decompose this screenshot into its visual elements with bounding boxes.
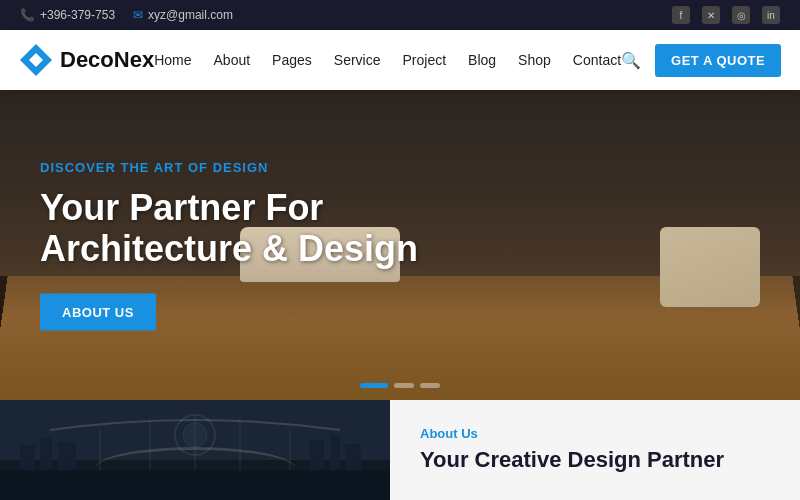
logo-diamond: [29, 53, 43, 67]
contact-info: 📞 +396-379-753 ✉ xyz@gmail.com: [20, 8, 233, 22]
nav-service[interactable]: Service: [334, 52, 381, 68]
svg-rect-2: [0, 470, 390, 500]
phone-number: +396-379-753: [40, 8, 115, 22]
svg-rect-4: [40, 438, 52, 470]
search-icon[interactable]: 🔍: [621, 51, 641, 70]
top-bar: 📞 +396-379-753 ✉ xyz@gmail.com f ✕ ◎ in: [0, 0, 800, 30]
nav-links: Home About Pages Service Project Blog Sh…: [154, 52, 621, 68]
slider-dot-2[interactable]: [394, 383, 414, 388]
nav-shop[interactable]: Shop: [518, 52, 551, 68]
hero-section: DISCOVER THE ART OF DESIGN Your Partner …: [0, 90, 800, 400]
slider-dots: [360, 383, 440, 388]
email-info: ✉ xyz@gmail.com: [133, 8, 233, 22]
mail-icon: ✉: [133, 8, 143, 22]
slider-dot-3[interactable]: [420, 383, 440, 388]
svg-point-10: [183, 423, 207, 447]
instagram-icon[interactable]: ◎: [732, 6, 750, 24]
email-address: xyz@gmail.com: [148, 8, 233, 22]
facebook-icon[interactable]: f: [672, 6, 690, 24]
about-heading: Your Creative Design Partner: [420, 447, 724, 473]
svg-rect-8: [345, 444, 361, 470]
about-image: [0, 400, 390, 500]
hero-subtitle: DISCOVER THE ART OF DESIGN: [40, 160, 418, 175]
about-text: About Us Your Creative Design Partner: [390, 400, 754, 500]
logo[interactable]: DecoNex: [20, 44, 154, 76]
phone-icon: 📞: [20, 8, 35, 22]
nav-project[interactable]: Project: [403, 52, 447, 68]
nav-home[interactable]: Home: [154, 52, 191, 68]
bridge-svg: [0, 400, 390, 500]
hero-title-line2: Architecture & Design: [40, 228, 418, 269]
about-us-button[interactable]: ABOUT US: [40, 293, 156, 330]
social-links: f ✕ ◎ in: [672, 6, 780, 24]
navbar: DecoNex Home About Pages Service Project…: [0, 30, 800, 90]
phone-info: 📞 +396-379-753: [20, 8, 115, 22]
hero-content: DISCOVER THE ART OF DESIGN Your Partner …: [40, 160, 418, 331]
nav-contact[interactable]: Contact: [573, 52, 621, 68]
svg-rect-6: [310, 440, 324, 470]
logo-text: DecoNex: [60, 47, 154, 73]
linkedin-icon[interactable]: in: [762, 6, 780, 24]
hero-title-line1: Your Partner For: [40, 187, 323, 228]
sofa-decoration-right: [660, 227, 760, 307]
logo-icon: [20, 44, 52, 76]
svg-rect-5: [58, 442, 76, 470]
svg-rect-7: [330, 435, 340, 470]
slider-dot-1[interactable]: [360, 383, 388, 388]
hero-title: Your Partner For Architecture & Design: [40, 187, 418, 270]
nav-right: 🔍 GET A QUOTE: [621, 44, 781, 77]
nav-blog[interactable]: Blog: [468, 52, 496, 68]
get-quote-button[interactable]: GET A QUOTE: [655, 44, 781, 77]
svg-rect-3: [20, 445, 35, 470]
about-section: About Us Your Creative Design Partner: [0, 400, 800, 500]
nav-pages[interactable]: Pages: [272, 52, 312, 68]
about-label: About Us: [420, 426, 724, 441]
twitter-icon[interactable]: ✕: [702, 6, 720, 24]
nav-about[interactable]: About: [214, 52, 251, 68]
